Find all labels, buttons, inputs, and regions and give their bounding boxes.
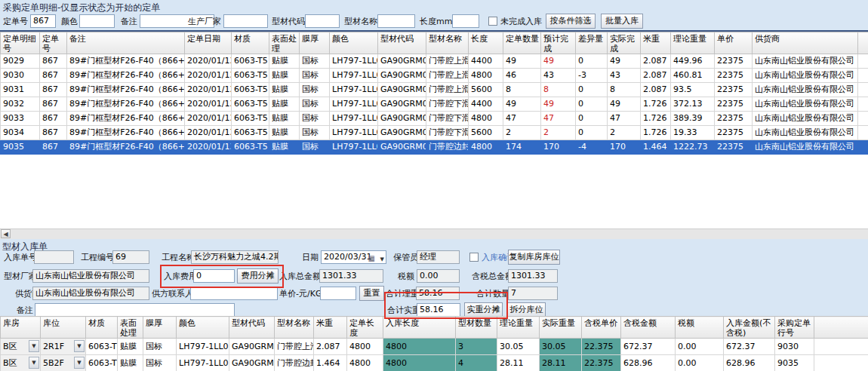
factory-field[interactable]: 山东南山铝业股份有限公司: [32, 269, 149, 283]
cell: 6063-T5: [86, 339, 118, 355]
column-header[interactable]: 表面处理: [269, 32, 300, 54]
supplier-field[interactable]: 山东南山铝业股份有限公司: [32, 287, 149, 300]
column-header[interactable]: 定单长度: [347, 317, 383, 339]
column-header[interactable]: 表面处理: [118, 317, 143, 339]
copy-location-button[interactable]: 复制库房库位: [508, 250, 560, 265]
column-header[interactable]: 颜色: [177, 317, 229, 339]
column-header[interactable]: 材质: [86, 317, 118, 339]
cell-spacer: [814, 355, 868, 371]
column-header[interactable]: 单价: [715, 32, 753, 54]
scroll-left-icon[interactable]: ◀: [1, 229, 11, 238]
date-picker[interactable]: 2020/03/31 ▦ ▼: [321, 250, 386, 264]
filter-by-condition-button[interactable]: 按条件筛选: [546, 14, 596, 29]
profile-name-filter-input[interactable]: [377, 14, 415, 28]
calendar-icon[interactable]: ▦: [368, 253, 375, 264]
column-header[interactable]: 型材名称: [426, 32, 469, 54]
project-no-field[interactable]: 69: [112, 250, 149, 264]
column-header[interactable]: 型材数量: [456, 317, 497, 339]
column-header[interactable]: 材质: [232, 32, 269, 54]
column-header[interactable]: 理论重量: [497, 317, 540, 339]
column-header[interactable]: 备注: [67, 32, 185, 54]
manufacturer-input[interactable]: [223, 14, 268, 28]
cell-spacer: [858, 54, 868, 69]
cell: 山东南山铝业股份有限公司: [753, 126, 858, 140]
profile-code-filter-label: 型材代码: [272, 16, 305, 28]
profile-code-filter-input[interactable]: [305, 14, 340, 28]
column-header[interactable]: 米重: [641, 32, 671, 54]
column-header[interactable]: 理论重量: [671, 32, 715, 54]
cell: 49: [608, 54, 641, 69]
chevron-down-icon[interactable]: ▼: [380, 253, 384, 264]
column-header[interactable]: 入库长度: [383, 317, 456, 339]
table-row[interactable]: 903486789#门框型材F26-F40（866+867）2020/01/13…: [1, 126, 868, 140]
column-header[interactable]: 实际重量: [540, 317, 582, 339]
column-header[interactable]: 库房: [1, 317, 41, 339]
column-header[interactable]: 型材代码: [378, 32, 426, 54]
column-header[interactable]: 定单号: [40, 32, 67, 54]
dropdown-arrow-icon[interactable]: ▼: [74, 340, 85, 352]
cell: GA90GRM04: [378, 97, 426, 112]
unit-price-input[interactable]: [320, 287, 356, 300]
column-header[interactable]: 长度: [469, 32, 503, 54]
column-header[interactable]: 税额: [676, 317, 724, 339]
column-header[interactable]: 实际完成: [608, 32, 641, 54]
dropdown-arrow-icon[interactable]: ▼: [74, 357, 85, 369]
cell: 389.39: [671, 112, 715, 126]
dropdown-arrow-icon[interactable]: ▼: [29, 357, 39, 369]
column-header[interactable]: 颜色: [330, 32, 378, 54]
supplier-contact-input[interactable]: [190, 287, 278, 300]
column-header[interactable]: 差异量: [576, 32, 608, 54]
order-no-input[interactable]: 867: [30, 14, 56, 28]
column-header[interactable]: 预计完成: [541, 32, 576, 54]
table-row[interactable]: 903286789#门框型材F26-F40（866+867）2020/01/13…: [1, 97, 868, 112]
column-header[interactable]: 含税单价: [582, 317, 621, 339]
table-row[interactable]: B区▼5B2F▼6063-T5贴膜国标LH797-1LL0GA90GRM05门带…: [1, 355, 868, 371]
cell: 89#门框型材F26-F40（866+867）: [67, 69, 185, 83]
inbound-confirm-checkbox[interactable]: [469, 253, 479, 262]
tax-field[interactable]: 0.00: [417, 269, 460, 283]
total-qty-field[interactable]: 7: [508, 287, 558, 300]
table-row[interactable]: 903086789#门框型材F26-F40（866+867）2020/01/13…: [1, 69, 868, 83]
remark-input[interactable]: [35, 303, 235, 317]
unfinished-inbound-checkbox[interactable]: [488, 17, 497, 26]
table-row[interactable]: 903586789#门框型材F26-F40（866+867）2020/01/13…: [1, 140, 868, 155]
total-amount-field[interactable]: 1301.33: [319, 269, 383, 283]
inbound-no-field[interactable]: [34, 250, 74, 264]
column-header[interactable]: 库位: [41, 317, 86, 339]
column-header[interactable]: 定单数量: [503, 32, 541, 54]
total-with-tax-field[interactable]: 1301.33: [508, 269, 558, 283]
column-header[interactable]: 采购定单行号: [775, 317, 814, 339]
keeper-field[interactable]: 经理: [417, 250, 460, 264]
cell: 19.33: [671, 126, 715, 140]
cell: 30.05: [497, 339, 540, 355]
column-header[interactable]: 定单日期: [185, 32, 232, 54]
column-header[interactable]: 型材名称: [275, 317, 314, 339]
split-location-button[interactable]: 拆分库位: [507, 302, 546, 317]
horizontal-scrollbar[interactable]: ◀: [0, 228, 868, 239]
cell: 47: [541, 112, 576, 126]
length-filter-input[interactable]: [452, 14, 479, 28]
batch-inbound-button[interactable]: 批量入库: [601, 14, 643, 29]
table-row[interactable]: 902986789#门框型材F26-F40（866+867）2020/01/13…: [1, 54, 868, 69]
dropdown-arrow-icon[interactable]: ▼: [29, 340, 39, 352]
header-row: 库房库位材质表面处理膜厚颜色型材代码型材名称米重定单长度入库长度型材数量理论重量…: [1, 317, 868, 339]
table-row[interactable]: B区▼2R1F▼6063-T5贴膜国标LH797-1LL0GA90GRM03门带…: [1, 339, 868, 355]
annotation-box-fee: [160, 265, 284, 288]
column-header[interactable]: 含税金额: [621, 317, 676, 339]
column-header[interactable]: 供货商: [753, 32, 858, 54]
column-header[interactable]: 膜厚: [300, 32, 330, 54]
column-header[interactable]: 米重: [314, 317, 347, 339]
cell: 1.726: [641, 112, 671, 126]
project-name-field[interactable]: 长沙万科魅力之城4.2期: [191, 250, 279, 264]
reset-button[interactable]: 重置: [359, 286, 384, 301]
table-row[interactable]: 903386789#门框型材F26-F40（866+867）2020/01/13…: [1, 112, 868, 126]
cell: 1.464: [641, 140, 671, 155]
column-header[interactable]: 型材代码: [229, 317, 275, 339]
table-row[interactable]: 903186789#门框型材F26-F40（866+867）2020/01/13…: [1, 83, 868, 97]
remark-filter-label: 备注: [121, 16, 137, 28]
cell: 5B2F▼: [41, 355, 86, 371]
column-header[interactable]: 入库金额(不含税): [724, 317, 775, 339]
column-header[interactable]: 膜厚: [143, 317, 177, 339]
column-header[interactable]: 定单明细号: [1, 32, 40, 54]
color-filter-input[interactable]: [79, 14, 115, 28]
